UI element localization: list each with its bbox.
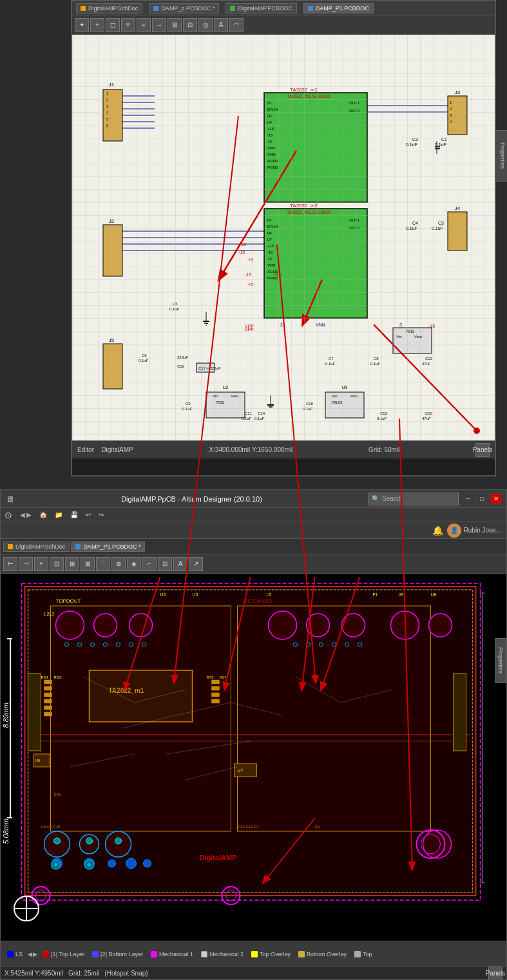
svg-rect-64 xyxy=(103,344,122,389)
tab-schematic-schdoc[interactable]: DigitalAMP.SchDoc xyxy=(76,3,142,14)
layer-top-only[interactable]: Top xyxy=(350,948,376,961)
svg-text:C9: C9 xyxy=(186,402,191,406)
pcb-tab-schdoc[interactable]: DigitalAMP.SchDoc xyxy=(3,542,70,552)
pcb-tool-arrow[interactable]: ↗ xyxy=(189,557,203,571)
toolbar-snap-btn[interactable]: ⊡ xyxy=(183,18,197,32)
svg-text:IN: IN xyxy=(267,101,271,105)
svg-text:U8: U8 xyxy=(431,592,437,597)
pcb-tool-corner[interactable]: ⌐ xyxy=(142,557,157,571)
pcb-tool-snap[interactable]: ⊡ xyxy=(158,557,172,571)
pcb-panels-btn[interactable]: Panels xyxy=(488,966,502,981)
svg-text:OUT1: OUT1 xyxy=(349,218,360,222)
layer-label-bottom: [2] Bottom Layer xyxy=(100,951,143,957)
pcb-tab-damp-p1[interactable]: DAMP_P1.PCBDOC * xyxy=(71,542,145,552)
svg-text:VNN: VNN xyxy=(267,153,276,156)
svg-text:7815: 7815 xyxy=(216,400,225,404)
tab-digitalamp-pcb[interactable]: DigitalAMP.PCBDOC xyxy=(225,3,296,14)
layer-top-overlay[interactable]: Top Overlay xyxy=(247,948,294,961)
pcb-tool-arc[interactable]: ⌒ xyxy=(96,557,110,571)
pcb-tool-add[interactable]: + xyxy=(34,557,48,571)
pcb-tool-highlight[interactable]: ◈ xyxy=(127,557,141,571)
svg-text:VPP: VPP xyxy=(245,327,254,332)
svg-text:C15: C15 xyxy=(425,411,433,415)
pcb-tool-cross[interactable]: ⊕ xyxy=(111,557,126,571)
nav-back: ⊙ xyxy=(5,510,12,520)
pcb-tab-label-damp-p1: DAMP_P1.PCBDOC * xyxy=(83,543,140,550)
minimize-btn[interactable]: ─ xyxy=(463,494,473,504)
avatar: 👤 xyxy=(447,523,461,538)
toolbar-net-btn[interactable]: ≈ xyxy=(137,18,151,32)
toolbar-arc-btn[interactable]: ◠ xyxy=(229,18,244,32)
pcb-tool-grid[interactable]: ⊞ xyxy=(65,557,79,571)
svg-text:U6: U6 xyxy=(160,592,166,597)
measurement-label-2: 5.08mm xyxy=(2,818,10,844)
pcb-svg: TA2022_m1 TA2022_m2 TOPDOUT RETOMERS L2L… xyxy=(1,574,506,941)
layer-label-ls: LS xyxy=(15,951,23,957)
layer-ls[interactable]: LS xyxy=(3,948,26,961)
svg-text:-15: -15 xyxy=(267,133,273,137)
toolbar-add-btn[interactable]: + xyxy=(90,18,104,32)
svg-rect-47 xyxy=(264,209,367,318)
svg-text:C6: C6 xyxy=(142,353,147,357)
pcb-layer-bar: LS ◀ ▶ [1] Top Layer [2] Bottom Layer Me… xyxy=(1,941,506,966)
svg-text:BTLIN: BTLIN xyxy=(267,225,278,229)
measurement-tick-top xyxy=(7,638,12,639)
schematic-canvas: J1 1 2 3 4 5 6 TA2022_m1 TA2022_m1.SCHDO… xyxy=(72,35,495,440)
svg-text:C6 C5 C10: C6 C5 C10 xyxy=(41,825,61,829)
svg-point-150 xyxy=(56,611,84,639)
layer-bottom-overlay[interactable]: Bottom Overlay xyxy=(294,948,350,961)
svg-text:C2: C2 xyxy=(412,137,418,142)
svg-point-157 xyxy=(429,614,452,637)
toolbar-bus-btn[interactable]: → xyxy=(152,18,166,32)
nav-arrow-left[interactable]: ◀ xyxy=(20,511,25,518)
schematic-properties-tab[interactable]: Properties xyxy=(495,130,507,182)
layer-mech2[interactable]: Mechanical 2 xyxy=(197,948,247,961)
toolbar-text-btn[interactable]: A xyxy=(214,18,228,32)
svg-text:C8: C8 xyxy=(374,357,379,361)
layer-bottom[interactable]: [2] Bottom Layer xyxy=(88,948,147,961)
svg-text:+5: +5 xyxy=(267,257,273,261)
tab-label-digitalamp-pcb: DigitalAMP.PCBDOC xyxy=(238,5,292,12)
pcb-tab-label-schdoc: DigitalAMP.SchDoc xyxy=(15,543,65,550)
svg-text:AGND: AGND xyxy=(267,159,279,163)
layer-mech1[interactable]: Mechanical 1 xyxy=(147,948,197,961)
svg-text:R33: R33 xyxy=(54,675,62,679)
toolbar-cursor-btn[interactable]: ✦ xyxy=(75,18,89,32)
layer-prev-btn[interactable]: ◀ xyxy=(28,951,32,957)
svg-text:U5: U5 xyxy=(193,592,198,597)
svg-rect-71 xyxy=(325,392,364,418)
close-btn[interactable]: ✕ xyxy=(491,494,501,504)
toolbar-circle-btn[interactable]: ◎ xyxy=(198,18,213,32)
svg-point-237 xyxy=(88,863,91,867)
maximize-btn[interactable]: □ xyxy=(477,494,487,504)
pcb-tool-text[interactable]: A xyxy=(173,557,187,571)
bell-icon[interactable]: 🔔 xyxy=(432,525,443,536)
svg-text:+15: +15 xyxy=(267,127,274,131)
toolbar-wire-btn[interactable]: ≡ xyxy=(121,18,135,32)
layer-top[interactable]: [1] Top Layer xyxy=(39,948,88,961)
pcb-tool-cursor[interactable]: ⊢ xyxy=(3,557,17,571)
pcb-properties-tab[interactable]: Properties xyxy=(495,638,506,683)
pcb-search-box[interactable]: 🔍 Search xyxy=(368,493,459,505)
svg-text:R34: R34 xyxy=(41,675,49,679)
toolbar-rect-btn[interactable]: ◻ xyxy=(106,18,120,32)
pcb-tool-measure[interactable]: ⊠ xyxy=(81,557,95,571)
layer-next-btn[interactable]: ▶ xyxy=(33,951,37,957)
svg-text:TA2022_m2: TA2022_m2 xyxy=(290,203,318,209)
pcb-tool-square[interactable]: ⊡ xyxy=(50,557,64,571)
svg-text:0.1uF: 0.1uF xyxy=(139,359,149,363)
nav-arrow-right[interactable]: ▶ xyxy=(26,511,32,518)
svg-rect-184 xyxy=(454,674,466,751)
svg-text:7915: 7915 xyxy=(406,330,415,334)
tab-damp-p[interactable]: DAMP_p.PCBDOC * xyxy=(149,3,219,14)
pcb-coordinates: X:5425mil Y:4950mil xyxy=(5,970,63,977)
layer-color-bottom-overlay xyxy=(298,951,305,957)
svg-point-235 xyxy=(54,863,58,867)
svg-text:2: 2 xyxy=(280,323,283,327)
schematic-panels-btn[interactable]: Panels xyxy=(475,443,490,457)
pcb-tab-dot-blue xyxy=(75,544,81,549)
tab-damp-p1[interactable]: DAMP_P1.PCBDOC xyxy=(303,3,374,14)
toolbar-grid-btn[interactable]: ⊞ xyxy=(167,18,182,32)
tab-label-damp-p1: DAMP_P1.PCBDOC xyxy=(316,5,369,12)
pcb-tool-route[interactable]: ⊣ xyxy=(19,557,33,571)
